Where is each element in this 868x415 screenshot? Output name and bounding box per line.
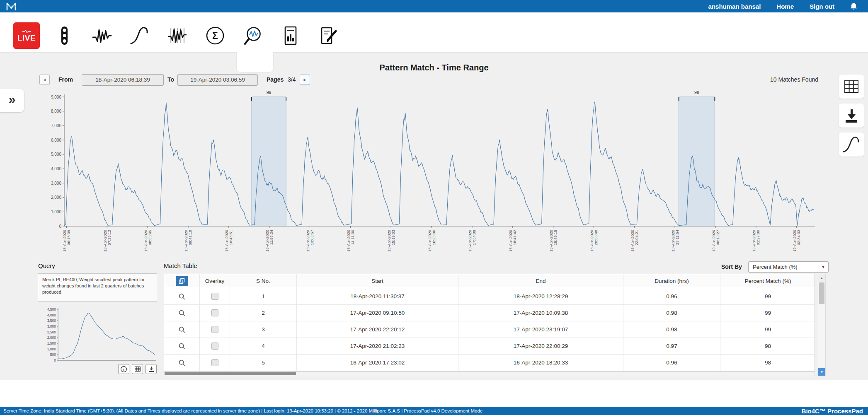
- status-bar: Server Time Zone: India Standard Time (G…: [0, 407, 868, 415]
- row-start: 18-Apr-2020 11:30:37: [297, 288, 458, 304]
- svg-text:01:27:00: 01:27:00: [756, 230, 760, 245]
- waveform-icon: [92, 26, 112, 46]
- svg-text:22:04:21: 22:04:21: [634, 230, 639, 245]
- tab-curve-compare[interactable]: [126, 22, 153, 49]
- svg-text:5,000: 5,000: [51, 152, 61, 157]
- pattern-match-chart[interactable]: 01,0002,0003,0004,0005,0006,0007,0008,00…: [41, 89, 821, 263]
- header-sno: S No.: [230, 274, 297, 288]
- tab-trends[interactable]: [89, 22, 115, 49]
- header-duration: Duration (hrs): [623, 274, 720, 288]
- overlay-checkbox[interactable]: [211, 293, 218, 300]
- millipore-logo-icon: [6, 2, 17, 11]
- row-percent: 99: [720, 305, 815, 321]
- svg-text:4,000: 4,000: [47, 313, 56, 317]
- query-chart: 05001,0001,5002,0002,5003,0003,5004,0004…: [38, 304, 162, 367]
- chevrons-right-icon: »: [9, 92, 16, 106]
- overlay-checkbox[interactable]: [211, 343, 218, 350]
- row-percent: 98: [720, 355, 815, 371]
- svg-text:11:56:24: 11:56:24: [269, 230, 274, 245]
- svg-text:4,000: 4,000: [51, 166, 61, 171]
- home-link[interactable]: Home: [776, 3, 794, 10]
- svg-text:1,000: 1,000: [47, 347, 56, 351]
- waveform-bars-icon: [167, 26, 187, 46]
- expand-panel-button[interactable]: »: [0, 89, 24, 112]
- vertical-scrollbar[interactable]: ▲ ▼: [818, 274, 826, 376]
- row-duration: 0.96: [623, 288, 720, 304]
- query-info-button[interactable]: i: [118, 364, 129, 374]
- table-view-button[interactable]: [839, 75, 864, 99]
- svg-text:3,000: 3,000: [51, 181, 61, 186]
- to-date-input[interactable]: 19-Apr-2020 03:06:59: [177, 74, 258, 86]
- prev-page-button[interactable]: ◄: [39, 75, 50, 85]
- svg-text:2,000: 2,000: [47, 335, 56, 340]
- row-zoom-button[interactable]: [164, 288, 200, 304]
- down-arrow-icon: ▼: [820, 370, 824, 374]
- svg-text:10:48:51: 10:48:51: [228, 230, 233, 245]
- query-download-button[interactable]: [145, 364, 157, 374]
- row-duration: 0.97: [623, 338, 720, 354]
- tab-pattern-match[interactable]: [240, 22, 266, 49]
- tab-reports[interactable]: [277, 22, 304, 49]
- scrollbar-up-button[interactable]: ▲: [818, 274, 825, 282]
- tab-summary[interactable]: Σ: [202, 22, 228, 49]
- from-date-input[interactable]: 18-Apr-2020 06:18:39: [82, 74, 164, 86]
- curve-view-button[interactable]: [839, 133, 864, 157]
- header-end: End: [458, 274, 623, 288]
- row-zoom-button[interactable]: [164, 338, 200, 354]
- row-zoom-button[interactable]: [164, 305, 200, 321]
- row-overlay-cell: [200, 321, 230, 338]
- sort-by-select[interactable]: Percent Match (%) ▼: [748, 261, 829, 273]
- active-tab-card: [236, 52, 274, 72]
- user-name[interactable]: anshuman bansal: [708, 3, 761, 10]
- next-page-button[interactable]: ►: [300, 75, 310, 85]
- notification-bell-icon[interactable]: [850, 2, 857, 10]
- query-table-button[interactable]: [132, 364, 143, 374]
- svg-text:17:34:09: 17:34:09: [472, 230, 476, 245]
- grid-icon: [842, 77, 861, 96]
- scrollbar-thumb[interactable]: [819, 282, 824, 304]
- download-button[interactable]: [839, 104, 864, 128]
- scrollbar-down-button[interactable]: ▼: [818, 368, 825, 376]
- svg-text:19:49:15: 19:49:15: [553, 230, 558, 245]
- magnifier-icon: [178, 293, 186, 300]
- tab-annotations[interactable]: [315, 22, 342, 49]
- toolbar: LIVE: [0, 12, 868, 53]
- svg-text:3,500: 3,500: [47, 318, 56, 323]
- signout-link[interactable]: Sign out: [810, 3, 834, 10]
- svg-text:02:34:33: 02:34:33: [796, 230, 801, 245]
- tab-status[interactable]: [51, 22, 78, 49]
- overlay-checkbox[interactable]: [211, 326, 218, 333]
- svg-text:09:41:18: 09:41:18: [188, 230, 192, 245]
- row-sno: 3: [230, 321, 297, 338]
- grid-icon: [134, 366, 141, 372]
- header-percent: Percent Match (%): [720, 274, 815, 288]
- query-title: Query: [38, 262, 55, 269]
- row-end: 18-Apr-2020 12:28:29: [458, 288, 623, 304]
- top-bar: anshuman bansal Home Sign out: [0, 0, 868, 12]
- row-zoom-button[interactable]: [164, 321, 200, 338]
- horizontal-scrollbar-thumb[interactable]: [165, 372, 296, 375]
- overlay-checkbox[interactable]: [211, 359, 218, 366]
- svg-text:06:18:39: 06:18:39: [66, 230, 71, 245]
- svg-text:4,500: 4,500: [47, 307, 56, 311]
- horizontal-scrollbar[interactable]: [164, 372, 815, 376]
- overlay-checkbox[interactable]: [211, 309, 218, 316]
- svg-text:9,000: 9,000: [51, 95, 61, 99]
- row-zoom-button[interactable]: [164, 355, 200, 371]
- row-sno: 5: [230, 355, 297, 371]
- pages-value: 3/4: [288, 76, 296, 83]
- svg-text:1,000: 1,000: [51, 210, 61, 214]
- svg-text:i: i: [123, 367, 124, 372]
- svg-text:6,000: 6,000: [51, 138, 61, 142]
- live-wave-icon: [22, 30, 31, 33]
- svg-text:0: 0: [54, 358, 56, 362]
- table-header-row: Overlay S No. Start End Duration (hrs) P…: [164, 274, 815, 288]
- svg-text:07:26:12: 07:26:12: [107, 230, 112, 245]
- edit-note-icon: [318, 26, 338, 46]
- sort-by-label: Sort By: [721, 263, 742, 270]
- row-end: 17-Apr-2020 23:19:07: [458, 321, 623, 338]
- tab-live[interactable]: LIVE: [13, 22, 40, 49]
- overlay-all-button[interactable]: [176, 276, 188, 286]
- status-panel-icon: [54, 26, 74, 46]
- tab-batch-trends[interactable]: [164, 22, 191, 49]
